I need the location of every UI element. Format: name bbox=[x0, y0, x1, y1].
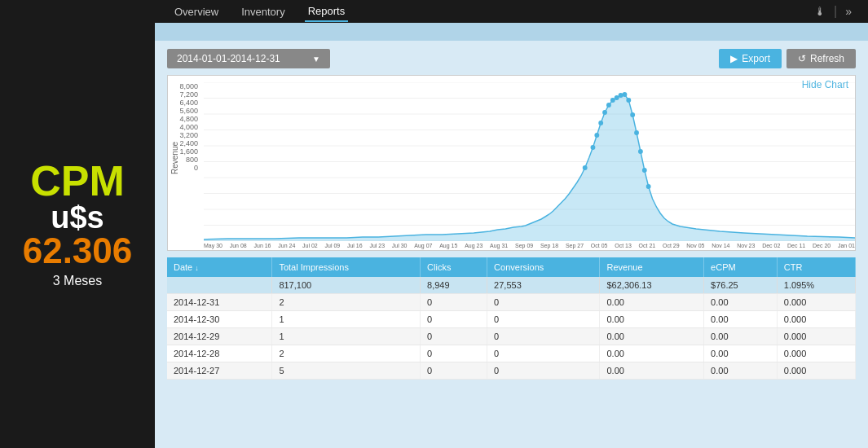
totals-cell: $62,306.13 bbox=[600, 277, 704, 294]
svg-point-25 bbox=[642, 168, 647, 173]
export-label: Export bbox=[742, 53, 770, 64]
table-header-clicks: Clicks bbox=[421, 257, 487, 277]
nav-reports[interactable]: Reports bbox=[305, 2, 349, 22]
x-axis-tick: Dec 11 bbox=[787, 243, 805, 248]
table-cell: 0.00 bbox=[600, 294, 704, 311]
table-cell: 0.000 bbox=[777, 311, 855, 328]
y-axis-tick: 800 bbox=[186, 156, 198, 164]
sub-header bbox=[155, 23, 868, 41]
x-axis-tick: Dec 02 bbox=[762, 243, 780, 248]
toolbar-right: ▶ Export ↺ Refresh bbox=[719, 49, 856, 68]
x-axis-tick: Jul 16 bbox=[347, 243, 363, 248]
table-cell: 0.00 bbox=[704, 311, 778, 328]
x-axis-tick: Aug 15 bbox=[439, 243, 457, 248]
x-axis-tick: Nov 14 bbox=[712, 243, 729, 248]
content-area: 2014-01-01-2014-12-31 ▼ ▶ Export ↺ Refre… bbox=[155, 41, 868, 448]
x-axis-tick: Aug 07 bbox=[414, 243, 432, 248]
y-axis-tick: 8,000 bbox=[179, 82, 198, 90]
x-axis-labels: May 30Jun 08Jun 16Jun 24Jul 02Jul 09Jul … bbox=[204, 241, 855, 250]
svg-point-13 bbox=[594, 133, 599, 138]
totals-cell: 8,949 bbox=[421, 277, 487, 294]
table-cell: 2 bbox=[272, 345, 421, 362]
table-cell: 0.00 bbox=[704, 294, 778, 311]
table-cell: 0.000 bbox=[777, 328, 855, 345]
amount-label: 62.306 bbox=[23, 233, 133, 269]
x-axis-tick: Nov 23 bbox=[737, 243, 755, 248]
x-axis-tick: Aug 23 bbox=[465, 243, 482, 248]
table-cell: 2014-12-30 bbox=[167, 311, 272, 328]
totals-cell: 27,553 bbox=[487, 277, 600, 294]
table-cell: 0.00 bbox=[704, 328, 778, 345]
svg-point-15 bbox=[602, 110, 607, 115]
main-content: Overview Inventory Reports 🌡 | » 2014-01… bbox=[155, 0, 868, 448]
svg-point-22 bbox=[630, 112, 635, 117]
table-container: Date ↓Total ImpressionsClicksConversions… bbox=[167, 257, 856, 380]
svg-point-14 bbox=[598, 121, 603, 125]
svg-point-17 bbox=[610, 98, 615, 103]
cpm-label: CPM bbox=[30, 160, 125, 202]
x-axis-tick: Aug 31 bbox=[490, 243, 508, 248]
export-button[interactable]: ▶ Export bbox=[719, 49, 782, 68]
table-cell: 0 bbox=[421, 294, 487, 311]
refresh-icon: ↺ bbox=[798, 53, 806, 64]
table-row: 2014-12-282000.000.000.000 bbox=[167, 345, 856, 362]
thermometer-icon: 🌡 bbox=[814, 5, 826, 18]
refresh-button[interactable]: ↺ Refresh bbox=[786, 49, 856, 68]
table-cell: 0 bbox=[487, 362, 600, 380]
table-header-date[interactable]: Date ↓ bbox=[167, 257, 272, 277]
y-axis-tick: 1,600 bbox=[179, 147, 198, 156]
table-cell: 0 bbox=[487, 311, 600, 328]
table-cell: 0.00 bbox=[600, 345, 704, 362]
y-axis-tick: 7,200 bbox=[179, 90, 198, 99]
chart-svg bbox=[204, 82, 855, 241]
x-axis-tick: Jul 30 bbox=[392, 243, 408, 248]
y-axis-label: Revenue bbox=[170, 82, 179, 234]
chart-inner: Revenue 8,0007,2006,4005,6004,8004,0003,… bbox=[168, 76, 855, 250]
nav-inventory[interactable]: Inventory bbox=[238, 2, 288, 21]
table-header-ecpm: eCPM bbox=[704, 257, 778, 277]
table-cell: 0.00 bbox=[600, 362, 704, 380]
x-axis-tick: Jul 09 bbox=[325, 243, 341, 248]
svg-point-19 bbox=[619, 93, 623, 98]
svg-point-20 bbox=[623, 92, 628, 97]
table-row: 2014-12-275000.000.000.000 bbox=[167, 362, 856, 380]
x-axis-tick: Sep 18 bbox=[540, 243, 558, 248]
table-cell: 0.000 bbox=[777, 294, 855, 311]
table-header-ctr: CTR bbox=[777, 257, 855, 277]
y-axis-tick: 5,600 bbox=[179, 107, 198, 115]
date-dropdown-arrow: ▼ bbox=[312, 55, 320, 64]
x-axis-tick: Sep 09 bbox=[515, 243, 533, 248]
y-axis-tick: 3,200 bbox=[179, 131, 198, 139]
x-axis-tick: May 30 bbox=[204, 243, 223, 248]
y-axis-tick: 2,400 bbox=[179, 139, 198, 147]
x-axis-tick: Oct 29 bbox=[663, 243, 680, 248]
totals-cell bbox=[167, 277, 272, 294]
svg-point-11 bbox=[583, 165, 588, 170]
table-row: 2014-12-312000.000.000.000 bbox=[167, 294, 856, 311]
nav-items: Overview Inventory Reports bbox=[171, 2, 348, 22]
table-cell: 0 bbox=[487, 345, 600, 362]
table-cell: 0 bbox=[421, 328, 487, 345]
x-axis-tick: Sep 27 bbox=[566, 243, 584, 248]
chevron-icon[interactable]: » bbox=[845, 5, 852, 18]
y-axis-tick: 6,400 bbox=[179, 99, 198, 107]
table-cell: 0.00 bbox=[600, 328, 704, 345]
table-cell: 1 bbox=[272, 311, 421, 328]
x-axis-tick: Jun 08 bbox=[230, 243, 247, 248]
x-axis-tick: Dec 20 bbox=[813, 243, 831, 248]
nav-overview[interactable]: Overview bbox=[171, 2, 222, 21]
chart-area: May 30Jun 08Jun 16Jun 24Jul 02Jul 09Jul … bbox=[204, 82, 855, 250]
table-cell: 0 bbox=[421, 311, 487, 328]
table-header-revenue: Revenue bbox=[600, 257, 704, 277]
svg-point-18 bbox=[615, 95, 619, 100]
svg-point-26 bbox=[646, 184, 651, 189]
totals-row: 817,1008,94927,553$62,306.13$76.251.095% bbox=[167, 277, 856, 294]
svg-point-12 bbox=[591, 145, 596, 150]
table-cell: 0.00 bbox=[704, 345, 778, 362]
toolbar: 2014-01-01-2014-12-31 ▼ ▶ Export ↺ Refre… bbox=[167, 49, 856, 68]
date-range-selector[interactable]: 2014-01-01-2014-12-31 ▼ bbox=[167, 49, 330, 68]
x-axis-tick: Oct 05 bbox=[591, 243, 608, 248]
nav-right: 🌡 | » bbox=[814, 4, 852, 19]
y-axis-tick: 4,800 bbox=[179, 115, 198, 123]
svg-point-16 bbox=[606, 103, 611, 108]
